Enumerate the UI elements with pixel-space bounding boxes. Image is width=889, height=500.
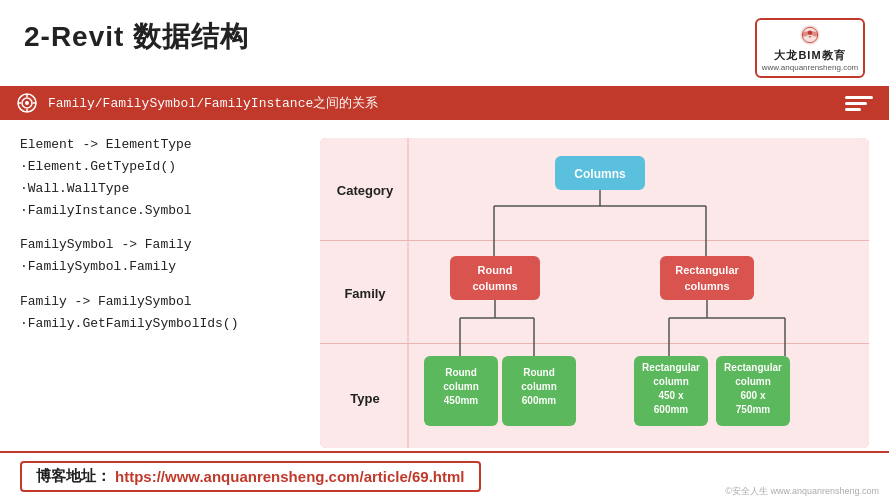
svg-text:column: column	[653, 376, 689, 387]
code-line-1-1: ·Element.GetTypeId()	[20, 156, 300, 178]
svg-text:Round: Round	[523, 367, 555, 378]
code-line-2-title: FamilySymbol -> Family	[20, 234, 300, 256]
footer-label: 博客地址：	[36, 467, 111, 486]
svg-text:Rectangular: Rectangular	[642, 362, 700, 373]
svg-text:column: column	[521, 381, 557, 392]
logo-icon	[796, 24, 824, 46]
code-line-3-title: Family -> FamilySymbol	[20, 291, 300, 313]
svg-text:columns: columns	[684, 280, 729, 292]
main-content: Element -> ElementType ·Element.GetTypeI…	[0, 124, 889, 484]
logo-main-text: 大龙BIM教育	[774, 48, 845, 63]
code-line-1-2: ·Wall.WallType	[20, 178, 300, 200]
header: 2-Revit 数据结构 大龙BIM教育 www.anquanrensheng.…	[0, 0, 889, 86]
svg-point-7	[25, 101, 29, 105]
svg-rect-25	[660, 256, 754, 300]
footer-link-box[interactable]: 博客地址： https://www.anquanrensheng.com/art…	[20, 461, 481, 492]
svg-text:Rectangular: Rectangular	[724, 362, 782, 373]
svg-text:Family: Family	[344, 286, 386, 301]
svg-point-4	[808, 31, 812, 35]
subtitle-text: Family/FamilySymbol/FamilyInstance之间的关系	[48, 94, 378, 112]
tree-diagram: Category Family Type Columns Round colum…	[320, 138, 869, 448]
target-icon	[16, 92, 38, 114]
svg-text:Type: Type	[350, 391, 379, 406]
svg-text:Round: Round	[478, 264, 513, 276]
svg-rect-22	[450, 256, 540, 300]
subtitle-decoration	[845, 96, 873, 111]
code-line-2-1: ·FamilySymbol.Family	[20, 256, 300, 278]
svg-text:Round: Round	[445, 367, 477, 378]
left-section: Element -> ElementType ·Element.GetTypeI…	[20, 134, 300, 484]
footer-url: https://www.anquanrensheng.com/article/6…	[115, 468, 465, 485]
code-line-3-1: ·Family.GetFamilySymbolIds()	[20, 313, 300, 335]
svg-text:Category: Category	[337, 183, 394, 198]
code-block-3: Family -> FamilySymbol ·Family.GetFamily…	[20, 291, 300, 335]
code-line-1-3: ·FamilyInstance.Symbol	[20, 200, 300, 222]
svg-text:600mm: 600mm	[522, 395, 557, 406]
logo-sub-text: www.anquanrensheng.com	[762, 63, 859, 72]
tree-svg: Category Family Type Columns Round colum…	[320, 138, 850, 448]
subtitle-bar: Family/FamilySymbol/FamilyInstance之间的关系	[0, 86, 889, 120]
logo-box: 大龙BIM教育 www.anquanrensheng.com	[755, 18, 865, 78]
code-block-2: FamilySymbol -> Family ·FamilySymbol.Fam…	[20, 234, 300, 278]
code-line-1-title: Element -> ElementType	[20, 134, 300, 156]
svg-text:Rectangular: Rectangular	[675, 264, 739, 276]
svg-text:column: column	[735, 376, 771, 387]
right-section: Category Family Type Columns Round colum…	[320, 134, 869, 484]
svg-text:columns: columns	[472, 280, 517, 292]
watermark: ©安全人生 www.anquanrensheng.com	[725, 485, 879, 498]
svg-text:600mm: 600mm	[654, 404, 689, 415]
svg-text:450 x: 450 x	[658, 390, 683, 401]
svg-text:column: column	[443, 381, 479, 392]
svg-text:600 x: 600 x	[740, 390, 765, 401]
page-title: 2-Revit 数据结构	[24, 18, 249, 56]
svg-text:Columns: Columns	[574, 167, 626, 181]
svg-text:450mm: 450mm	[444, 395, 479, 406]
svg-text:750mm: 750mm	[736, 404, 771, 415]
code-block-1: Element -> ElementType ·Element.GetTypeI…	[20, 134, 300, 222]
